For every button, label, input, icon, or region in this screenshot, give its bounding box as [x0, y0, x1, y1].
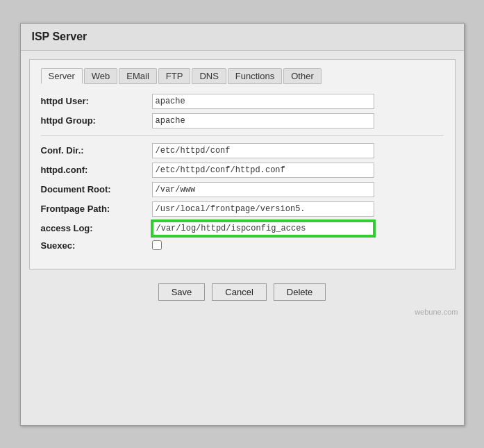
label-httpd-user: httpd User:: [41, 96, 152, 106]
section-httpd-users: httpd User: httpd Group:: [41, 94, 444, 128]
label-conf-dir: Conf. Dir.:: [41, 145, 152, 156]
input-conf-dir[interactable]: [152, 143, 374, 158]
tab-web[interactable]: Web: [84, 68, 118, 84]
form-group-access-log: access Log:: [41, 221, 444, 236]
input-httpd-user[interactable]: [152, 94, 374, 109]
save-button[interactable]: Save: [158, 283, 206, 301]
form-group-frontpage-path: Frontpage Path:: [41, 201, 444, 217]
content-area: Server Web EMail FTP DNS Functions Other…: [29, 59, 456, 269]
input-access-log[interactable]: [152, 221, 374, 236]
label-suexec: Suexec:: [41, 240, 152, 251]
delete-button[interactable]: Delete: [274, 283, 326, 301]
label-httpd-group: httpd Group:: [41, 115, 152, 126]
input-httpd-group[interactable]: [152, 113, 374, 128]
tab-server[interactable]: Server: [41, 68, 83, 84]
isp-server-window: ISP Server Server Web EMail FTP DNS Func…: [20, 23, 465, 426]
tab-functions[interactable]: Functions: [228, 68, 282, 84]
label-frontpage-path: Frontpage Path:: [41, 204, 152, 214]
window-title: ISP Server: [21, 24, 464, 51]
tab-bar: Server Web EMail FTP DNS Functions Other: [41, 68, 444, 84]
tab-dns[interactable]: DNS: [192, 68, 226, 84]
input-document-root[interactable]: [152, 182, 374, 197]
form-group-conf-dir: Conf. Dir.:: [41, 143, 444, 158]
section-conf: Conf. Dir.: httpd.conf: Document Root: F…: [41, 143, 444, 251]
input-httpd-conf[interactable]: [152, 163, 374, 178]
input-frontpage-path[interactable]: [152, 201, 374, 217]
tab-ftp[interactable]: FTP: [158, 68, 191, 84]
form-group-httpd-group: httpd Group:: [41, 113, 444, 128]
button-row: Save Cancel Delete: [21, 283, 464, 308]
input-suexec[interactable]: [152, 240, 162, 250]
cancel-button[interactable]: Cancel: [212, 283, 266, 301]
label-document-root: Document Root:: [41, 184, 152, 194]
tab-other[interactable]: Other: [283, 68, 322, 84]
form-group-httpd-conf: httpd.conf:: [41, 163, 444, 178]
tab-email[interactable]: EMail: [119, 68, 157, 84]
form-group-suexec: Suexec:: [41, 240, 444, 251]
label-httpd-conf: httpd.conf:: [41, 165, 152, 175]
form-group-httpd-user: httpd User:: [41, 94, 444, 109]
label-access-log: access Log:: [41, 223, 152, 233]
form-group-document-root: Document Root:: [41, 182, 444, 197]
watermark: webune.com: [21, 308, 464, 319]
divider-1: [41, 135, 444, 136]
